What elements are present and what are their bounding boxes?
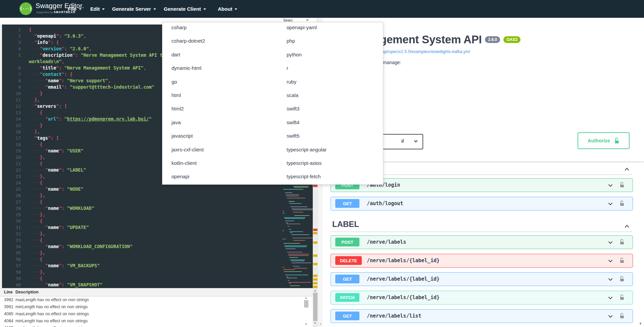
- warning-marker[interactable]: [313, 278, 317, 281]
- code-line[interactable]: ····{: [29, 256, 43, 263]
- chevron-up-icon[interactable]: [624, 166, 630, 173]
- menu-item-javascript[interactable]: javascript: [171, 129, 272, 143]
- code-line[interactable]: ····{: [29, 160, 43, 167]
- code-line[interactable]: ······"name": "VM_BACKUPS": [29, 263, 100, 269]
- menu-item-typescript-axios[interactable]: typescript-axios: [287, 156, 387, 170]
- chevron-down-icon[interactable]: [607, 182, 614, 189]
- code-line[interactable]: workloads\n",: [29, 58, 64, 65]
- auth-lock-button[interactable]: [620, 181, 625, 190]
- code-line[interactable]: ····{: [29, 218, 43, 224]
- operation-row[interactable]: GET/nerve/labels/list: [331, 309, 633, 323]
- warning-marker[interactable]: [313, 241, 317, 244]
- code-line[interactable]: ····},: [29, 212, 45, 218]
- warning-marker[interactable]: [313, 254, 317, 257]
- menu-item-python[interactable]: python: [287, 48, 387, 61]
- code-line[interactable]: ······"name": "WORKLOAD": [29, 205, 94, 212]
- code-line[interactable]: ······"name": "USER": [29, 148, 84, 154]
- code-line[interactable]: ····{: [29, 141, 43, 148]
- scroll-down-icon[interactable]: ▼: [305, 323, 307, 326]
- chevron-down-icon[interactable]: [607, 258, 614, 264]
- menu-item-dart[interactable]: dart: [171, 48, 272, 61]
- code-line[interactable]: ······"name": "NODE": [29, 186, 84, 192]
- menu-generate-server[interactable]: Generate Server: [112, 0, 156, 18]
- code-line[interactable]: ····{: [29, 237, 43, 243]
- menu-item-scala[interactable]: scala: [287, 89, 387, 102]
- auth-lock-button[interactable]: [620, 257, 625, 265]
- auth-lock-button[interactable]: [620, 200, 625, 208]
- operation-row[interactable]: PATCH/nerve/labels/{label_id}: [331, 291, 633, 305]
- code-line[interactable]: ····"contact": {: [29, 71, 72, 78]
- code-line[interactable]: ··"openapi": "3.0.3",: [29, 33, 86, 39]
- chevron-down-icon[interactable]: [607, 313, 614, 320]
- error-row[interactable]: 3992maxLength has no effect on non strin…: [0, 297, 302, 305]
- code-line[interactable]: ··"servers": [: [29, 103, 67, 109]
- menu-item-openapi[interactable]: openapi: [171, 170, 272, 183]
- warning-marker[interactable]: [313, 286, 317, 288]
- error-row[interactable]: 4135maxLength has no effect on non strin…: [0, 326, 302, 327]
- code-line[interactable]: ····{: [29, 180, 43, 186]
- code-line[interactable]: ······"name": "UPDATE": [29, 224, 89, 231]
- menu-item-kotlin-client[interactable]: kotlin-client: [171, 156, 272, 170]
- scrollbar-thumb[interactable]: [313, 293, 317, 321]
- menu-item-ruby[interactable]: ruby: [287, 75, 387, 89]
- operation-row[interactable]: GET/nerve/labels/{label_id}: [331, 272, 633, 286]
- code-line[interactable]: ····{: [29, 199, 43, 205]
- menu-item-swift3[interactable]: swift3: [287, 102, 387, 115]
- code-line[interactable]: ······"email": "support@tttech-industria…: [29, 84, 154, 90]
- scroll-down-icon[interactable]: ▼: [314, 322, 316, 325]
- menu-item-typescript-angular[interactable]: typescript-angular: [287, 143, 387, 156]
- code-line[interactable]: ······"name": "LABEL": [29, 167, 86, 173]
- menu-item-openapi-yaml[interactable]: openapi-yaml: [287, 21, 387, 34]
- code-line[interactable]: ······"name": "WORKLOAD_CONFIGURATION": [29, 243, 133, 250]
- menu-item-php[interactable]: php: [287, 34, 387, 48]
- error-marker[interactable]: [313, 229, 317, 231]
- code-line[interactable]: ······"url": "https://pdmonprem.nrv.lab.…: [29, 116, 152, 122]
- menu-item-java[interactable]: java: [171, 116, 272, 129]
- error-row[interactable]: 3991minLength has no effect on non strin…: [0, 305, 302, 312]
- code-line[interactable]: ····"description": "Nerve Management Sys…: [29, 52, 174, 58]
- chevron-down-icon[interactable]: [607, 200, 614, 207]
- auth-lock-button[interactable]: [620, 312, 625, 321]
- menu-generate-client[interactable]: Generate Client: [164, 0, 206, 18]
- operation-row[interactable]: GET/auth/logout: [331, 197, 633, 211]
- operation-row[interactable]: DELETE/nerve/labels/{label_id}: [331, 254, 633, 268]
- operation-row[interactable]: POST/nerve/labels: [331, 235, 633, 249]
- menu-item-swift4[interactable]: swift4: [287, 116, 387, 129]
- chevron-down-icon[interactable]: [607, 294, 614, 301]
- code-line[interactable]: ··"tags": [: [29, 135, 59, 141]
- error-marker[interactable]: [313, 185, 317, 187]
- code-line[interactable]: ····},: [29, 192, 45, 199]
- error-row[interactable]: 4065maxLength has no effect on non strin…: [0, 312, 302, 319]
- error-row[interactable]: 4064minLength has no effect on non strin…: [0, 319, 302, 326]
- menu-item-html[interactable]: html: [171, 89, 272, 102]
- window-scroll-down-icon[interactable]: ▼: [639, 322, 642, 325]
- section-header-label[interactable]: LABEL: [331, 215, 632, 232]
- scroll-up-icon[interactable]: ▲: [314, 289, 316, 292]
- menu-item-swift5[interactable]: swift5: [287, 129, 387, 143]
- authorize-button[interactable]: Authorize: [578, 132, 630, 149]
- menu-item-csharp[interactable]: csharp: [171, 21, 272, 34]
- code-line[interactable]: ······"name": "VM_SNAPSHOT": [29, 282, 103, 288]
- warning-marker[interactable]: [313, 282, 317, 284]
- code-line[interactable]: ····"version": "2.6.0",: [29, 46, 92, 52]
- auth-lock-button[interactable]: [620, 275, 625, 284]
- menu-item-jaxrs-cxf-client[interactable]: jaxrs-cxf-client: [171, 143, 272, 156]
- menu-about[interactable]: About: [218, 0, 237, 18]
- menu-item-r[interactable]: r: [287, 61, 387, 75]
- code-line[interactable]: ····{: [29, 275, 43, 282]
- code-line[interactable]: ······"name": "Nerve support",: [29, 78, 111, 84]
- auth-lock-button[interactable]: [620, 294, 625, 302]
- code-line[interactable]: ····}: [29, 90, 43, 97]
- menu-item-html2[interactable]: html2: [171, 102, 272, 115]
- code-line[interactable]: ····},: [29, 269, 45, 275]
- menu-file[interactable]: File: [68, 0, 82, 18]
- scroll-up-icon[interactable]: ▲: [305, 297, 307, 299]
- error-scrollbar-thumb[interactable]: [304, 300, 308, 308]
- menu-item-typescript-fetch[interactable]: typescript-fetch: [287, 170, 387, 183]
- code-line[interactable]: ··},: [29, 97, 40, 103]
- warning-marker[interactable]: [313, 232, 317, 234]
- code-line[interactable]: ··"info": {: [29, 39, 59, 46]
- chevron-down-icon[interactable]: [607, 276, 614, 283]
- code-line[interactable]: ··],: [29, 129, 40, 135]
- spec-url-link[interactable]: capi/spec/v2.5.0/examples/streetlights-k…: [380, 49, 470, 54]
